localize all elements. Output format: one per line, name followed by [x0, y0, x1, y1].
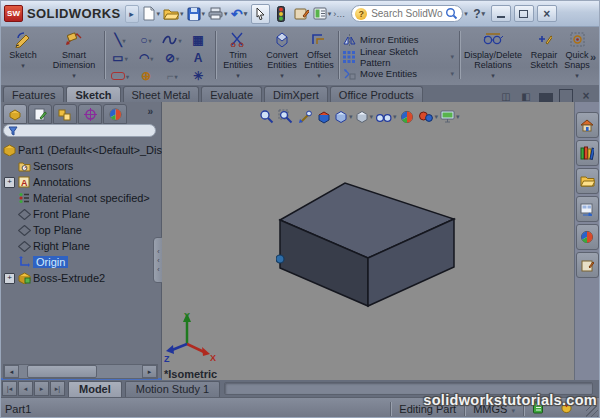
taskpane-custom-properties-tab[interactable] — [576, 252, 599, 278]
hide-show-items-button[interactable]: ▾ — [375, 108, 397, 126]
view-settings-button[interactable]: ▾ — [440, 108, 460, 126]
tree-item-material[interactable]: Material <not specified> — [1, 190, 161, 206]
dimxpert-manager-tab[interactable] — [78, 104, 102, 124]
tree-item-front-plane[interactable]: Front Plane — [1, 206, 161, 222]
motion-study-tab[interactable]: Motion Study 1 — [125, 381, 220, 397]
display-delete-relations-button[interactable]: Display/Delete Relations ▾ — [462, 29, 524, 81]
tree-item-top-plane[interactable]: Top Plane — [1, 222, 161, 238]
tab-scroll-first-button[interactable]: |◂ — [2, 381, 17, 396]
search-box[interactable]: ? — [351, 5, 463, 22]
tab-office-products[interactable]: Office Products — [330, 86, 423, 102]
configuration-manager-tab[interactable] — [53, 104, 77, 124]
tree-root-part[interactable]: Part1 (Default<<Default>_Disp — [1, 142, 161, 158]
repair-sketch-button[interactable]: Repair Sketch — [527, 29, 561, 81]
panel-overflow-chevron[interactable]: » — [147, 106, 153, 117]
ribbon-overflow-chevron[interactable]: » — [590, 51, 596, 63]
graphics-viewport[interactable]: ▾ ▾ ▾ ▾ ▾ — [162, 102, 576, 380]
tab-evaluate[interactable]: Evaluate — [201, 86, 262, 102]
apply-scene-button[interactable]: ▾ — [418, 108, 439, 126]
arc-tool-button[interactable]: ◠▾ — [133, 49, 159, 67]
help-button[interactable]: ? ▾ — [471, 5, 488, 23]
save-button[interactable]: ▾ — [187, 5, 206, 23]
close-button[interactable]: × — [537, 5, 557, 22]
expand-icon[interactable]: + — [4, 177, 15, 188]
tab-dimxpert[interactable]: DimXpert — [264, 86, 328, 102]
search-icon[interactable] — [445, 7, 458, 20]
tab-scroll-left-button[interactable]: ◂ — [18, 381, 33, 396]
line-tool-button[interactable]: ╲▾ — [107, 31, 133, 49]
display-style-button[interactable]: ▾ — [355, 108, 374, 126]
part-icon — [3, 144, 16, 156]
edit-appearance-button[interactable] — [399, 108, 416, 126]
tab-sketch[interactable]: Sketch — [66, 86, 120, 102]
tree-item-boss-extrude2[interactable]: + Boss-Extrude2 — [1, 270, 161, 286]
taskpane-design-library-tab[interactable] — [576, 140, 599, 166]
fillet-tool-button[interactable]: ⌐▾ — [159, 67, 185, 85]
undo-button[interactable]: ↶ ▾ — [231, 5, 248, 23]
trim-entities-button[interactable]: Trim Entities ▾ — [218, 29, 258, 81]
doc-close-button[interactable]: × — [579, 90, 593, 102]
tree-item-origin[interactable]: Origin — [1, 254, 161, 270]
doc-minimize-button[interactable] — [539, 90, 553, 102]
minimize-button[interactable] — [491, 5, 511, 22]
new-document-button[interactable]: ▾ — [142, 5, 161, 23]
taskpane-home-tab[interactable] — [576, 112, 599, 138]
linear-sketch-pattern-button[interactable]: Linear Sketch Pattern ▾ — [342, 48, 454, 65]
smart-dimension-button[interactable]: Smart Dimension ▾ — [45, 29, 103, 81]
tree-item-annotations[interactable]: + A Annotations — [1, 174, 161, 190]
tab-features[interactable]: Features — [3, 86, 64, 102]
search-dropdown-caret-icon[interactable]: ▾ — [464, 10, 468, 18]
view-orientation-button[interactable]: ▾ — [334, 108, 353, 126]
quick-snaps-button[interactable]: Quick Snaps ▾ — [562, 29, 592, 81]
options-button[interactable] — [293, 5, 310, 23]
rebuild-traffic-light-icon[interactable] — [273, 5, 290, 23]
toolbar-overflow[interactable]: ›… — [333, 9, 345, 19]
tree-filter-box[interactable] — [3, 124, 156, 137]
rectangle-tool-button[interactable]: ▭▾ — [107, 49, 133, 67]
circle-tool-button[interactable]: ○▾ — [133, 31, 159, 49]
point-tool-button[interactable]: ✳ — [185, 67, 211, 85]
open-document-button[interactable]: ▾ — [163, 5, 184, 23]
featuremanager-tree-tab[interactable] — [3, 104, 27, 124]
print-button[interactable]: ▾ — [208, 5, 228, 23]
restore-button[interactable] — [514, 5, 534, 22]
model-tab[interactable]: Model — [68, 381, 122, 397]
section-view-button[interactable] — [315, 108, 332, 126]
tab-scroll-right-button[interactable]: ▸ — [34, 381, 49, 396]
expand-icon[interactable]: + — [4, 273, 15, 284]
previous-view-button[interactable] — [296, 108, 313, 126]
tree-item-sensors[interactable]: Sensors — [1, 158, 161, 174]
slot-tool-button[interactable]: ▾ — [107, 67, 133, 85]
sketch-button[interactable]: Sketch ▾ — [3, 29, 43, 81]
offset-entities-button[interactable]: Offset Entities ▾ — [301, 29, 337, 81]
tree-item-right-plane[interactable]: Right Plane — [1, 238, 161, 254]
move-entities-button[interactable]: Move Entities ▾ — [342, 65, 454, 82]
search-input[interactable] — [369, 7, 445, 20]
scroll-right-button[interactable]: ▸ — [142, 365, 157, 378]
sketch-picture-button[interactable]: ▦ — [185, 31, 211, 49]
display-manager-tab[interactable] — [103, 104, 127, 124]
origin-point[interactable] — [276, 255, 284, 263]
pane-toggle-left-icon[interactable]: ◫ — [499, 90, 513, 102]
ellipse-tool-button[interactable]: ⊘▾ — [159, 49, 185, 67]
spline-tool-button[interactable]: ▾ — [159, 31, 185, 49]
select-tool-button[interactable] — [251, 4, 270, 24]
property-manager-tab[interactable] — [28, 104, 52, 124]
pane-toggle-right-icon[interactable]: ◧ — [519, 90, 533, 102]
scrollbar-thumb[interactable] — [27, 365, 97, 378]
taskpane-appearances-tab[interactable] — [576, 224, 599, 250]
scroll-left-button[interactable]: ◂ — [4, 365, 19, 378]
doc-restore-button[interactable] — [559, 90, 573, 102]
tab-sheet-metal[interactable]: Sheet Metal — [123, 86, 200, 102]
text-tool-button[interactable]: A — [185, 49, 211, 67]
tab-scroll-last-button[interactable]: ▸| — [50, 381, 65, 396]
tree-horizontal-scrollbar[interactable]: ◂ ▸ — [3, 364, 158, 379]
zoom-to-area-button[interactable] — [277, 108, 294, 126]
taskpane-view-palette-tab[interactable] — [576, 196, 599, 222]
task-list-button[interactable]: ▾ — [313, 5, 332, 23]
taskpane-file-explorer-tab[interactable] — [576, 168, 599, 194]
convert-entities-button[interactable]: Convert Entities ▾ — [260, 29, 304, 81]
polygon-tool-button[interactable]: ⊕ — [133, 67, 159, 85]
menu-expand-button[interactable]: ▸ — [125, 5, 139, 23]
zoom-to-fit-button[interactable] — [258, 108, 275, 126]
